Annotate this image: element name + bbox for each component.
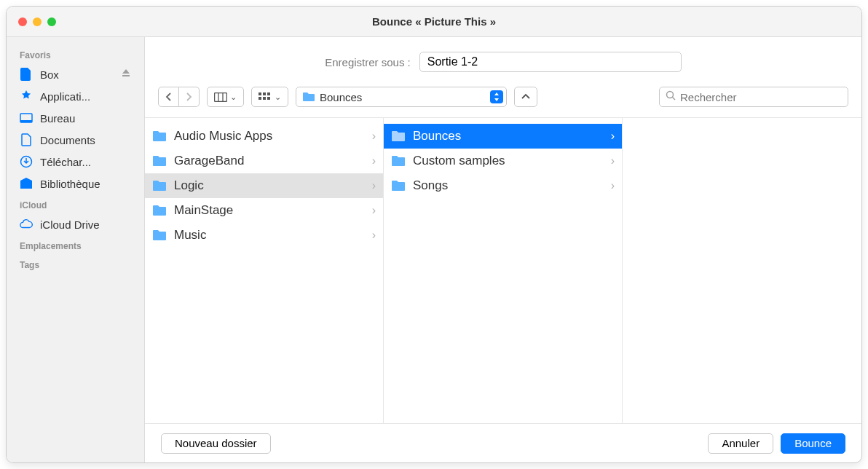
folder-icon <box>152 229 167 241</box>
chevron-right-icon: › <box>372 154 376 168</box>
chevron-right-icon: › <box>611 154 615 168</box>
library-icon <box>20 177 33 190</box>
search-field[interactable] <box>659 87 848 107</box>
sidebar-item-applications[interactable]: Applicati... <box>7 85 144 107</box>
zoom-window-button[interactable] <box>47 17 56 26</box>
folder-name: Audio Music Apps <box>174 129 365 143</box>
svg-rect-11 <box>267 97 270 100</box>
sidebar-item-label: Téléchar... <box>40 156 131 168</box>
window-title: Bounce « Picture This » <box>7 15 861 28</box>
sidebar-item-library[interactable]: Bibliothèque <box>7 173 144 194</box>
svg-line-13 <box>673 98 676 100</box>
grid-icon <box>259 92 272 102</box>
window-controls <box>7 17 56 26</box>
chevron-right-icon: › <box>372 204 376 217</box>
sidebar-heading-favorites: Favoris <box>7 44 144 63</box>
folder-name: Logic <box>174 178 365 193</box>
chevron-down-icon: ⌄ <box>275 92 281 102</box>
folder-row-bounces[interactable]: Bounces › <box>384 124 622 149</box>
document-icon <box>20 68 33 81</box>
confirm-button[interactable]: Bounce <box>781 433 845 454</box>
main-panel: Enregistrer sous : ⌄ <box>145 37 861 462</box>
sidebar-item-documents[interactable]: Documents <box>7 129 144 151</box>
folder-name: Songs <box>413 178 604 193</box>
location-popup[interactable]: Bounces <box>296 87 507 107</box>
folder-row-music[interactable]: Music › <box>145 223 383 248</box>
sidebar-item-label: Bureau <box>40 112 131 125</box>
dialog-body: Favoris Box Applicati... <box>7 37 861 462</box>
folder-icon <box>391 155 406 167</box>
sidebar-item-desktop[interactable]: Bureau <box>7 107 144 129</box>
folder-row-logic[interactable]: Logic › <box>145 173 383 198</box>
folder-name: GarageBand <box>174 154 365 168</box>
location-name: Bounces <box>320 91 486 103</box>
document-icon <box>20 133 33 146</box>
svg-rect-8 <box>267 92 270 95</box>
collapse-button[interactable] <box>514 87 537 107</box>
chevron-up-icon <box>521 93 530 100</box>
folder-icon <box>152 155 167 167</box>
sidebar-item-label: Applicati... <box>40 90 131 103</box>
folder-icon <box>152 180 167 192</box>
toolbar: ⌄ ⌄ Bounces <box>145 82 861 118</box>
folder-icon <box>152 205 167 216</box>
sidebar-item-icloud-drive[interactable]: iCloud Drive <box>7 213 144 235</box>
sidebar-item-label: Bibliothèque <box>40 178 131 190</box>
save-as-label: Enregistrer sous : <box>325 56 411 68</box>
new-folder-button[interactable]: Nouveau dossier <box>161 433 271 454</box>
nav-buttons <box>158 87 200 107</box>
folder-icon <box>391 130 406 142</box>
save-row: Enregistrer sous : <box>145 37 861 82</box>
download-icon <box>20 155 33 168</box>
sidebar-item-label: iCloud Drive <box>40 218 131 231</box>
search-icon <box>666 90 676 103</box>
folder-row-audio-music-apps[interactable]: Audio Music Apps › <box>145 124 383 149</box>
forward-button[interactable] <box>179 87 200 107</box>
minimize-window-button[interactable] <box>33 17 42 26</box>
column-2[interactable] <box>623 118 861 423</box>
svg-rect-7 <box>263 92 266 95</box>
apps-icon <box>20 90 33 103</box>
chevron-left-icon <box>165 92 172 101</box>
cancel-button[interactable]: Annuler <box>708 433 773 454</box>
chevron-right-icon: › <box>372 130 376 143</box>
folder-row-garageband[interactable]: GarageBand › <box>145 149 383 173</box>
sidebar-heading-icloud: iCloud <box>7 194 144 213</box>
group-by-button[interactable]: ⌄ <box>251 87 288 107</box>
sidebar: Favoris Box Applicati... <box>7 37 145 462</box>
folder-icon <box>391 180 406 192</box>
sidebar-item-downloads[interactable]: Téléchar... <box>7 151 144 173</box>
eject-icon[interactable] <box>121 68 131 81</box>
folder-row-songs[interactable]: Songs › <box>384 173 622 198</box>
folder-name: Music <box>174 228 365 243</box>
chevron-right-icon: › <box>611 130 615 143</box>
folder-row-custom-samples[interactable]: Custom samples › <box>384 149 622 173</box>
folder-icon <box>302 92 315 102</box>
titlebar: Bounce « Picture This » <box>7 7 861 37</box>
chevron-down-icon: ⌄ <box>230 92 237 102</box>
folder-name: MainStage <box>174 203 365 218</box>
column-browser: Audio Music Apps › GarageBand › Logic › <box>145 118 861 423</box>
search-input[interactable] <box>680 91 842 103</box>
cloud-icon <box>20 218 33 231</box>
svg-rect-3 <box>215 92 227 101</box>
sidebar-item-label: Box <box>40 68 114 81</box>
desktop-icon <box>20 111 33 125</box>
close-window-button[interactable] <box>18 17 27 26</box>
column-0[interactable]: Audio Music Apps › GarageBand › Logic › <box>145 118 384 423</box>
updown-arrows-icon <box>490 90 503 103</box>
columns-icon <box>214 92 227 102</box>
sidebar-heading-tags: Tags <box>7 254 144 273</box>
filename-input[interactable] <box>419 52 682 72</box>
svg-rect-6 <box>259 92 261 95</box>
chevron-right-icon <box>186 92 192 101</box>
view-columns-button[interactable]: ⌄ <box>207 87 244 107</box>
back-button[interactable] <box>158 87 179 107</box>
svg-rect-1 <box>20 120 32 122</box>
chevron-right-icon: › <box>611 179 615 192</box>
sidebar-item-box[interactable]: Box <box>7 63 144 85</box>
save-dialog: Bounce « Picture This » Favoris Box A <box>6 6 862 463</box>
folder-row-mainstage[interactable]: MainStage › <box>145 198 383 223</box>
column-1[interactable]: Bounces › Custom samples › Songs › <box>384 118 623 423</box>
chevron-right-icon: › <box>372 179 376 192</box>
